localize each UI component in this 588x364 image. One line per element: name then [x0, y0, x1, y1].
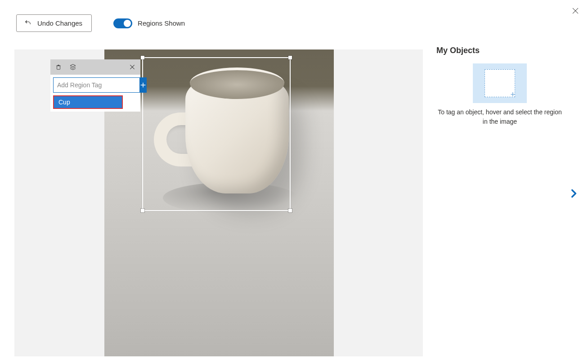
- tag-input-row: [50, 75, 140, 95]
- close-tag-popup-button[interactable]: [128, 63, 137, 72]
- regions-shown-toggle-group: Regions Shown: [113, 18, 185, 28]
- delete-region-button[interactable]: [54, 63, 63, 72]
- region-selection-box[interactable]: [142, 57, 291, 211]
- tag-popup-header: [50, 59, 140, 75]
- add-object-placeholder[interactable]: +: [473, 63, 527, 103]
- close-icon: [571, 7, 579, 15]
- regions-shown-toggle[interactable]: [113, 18, 132, 28]
- trash-icon: [55, 63, 62, 71]
- side-panel-title: My Objects: [436, 46, 563, 55]
- resize-handle-bl[interactable]: [141, 209, 144, 212]
- undo-icon: [24, 18, 32, 28]
- regions-shown-label: Regions Shown: [138, 19, 185, 27]
- tag-suggestion-label: Cup: [58, 99, 70, 106]
- stack-icon: [69, 63, 76, 71]
- side-panel-help-text: To tag an object, hover and select the r…: [436, 108, 563, 126]
- tag-popup: Cup: [50, 59, 140, 112]
- resize-handle-tr[interactable]: [288, 56, 292, 59]
- side-panel: My Objects + To tag an object, hover and…: [436, 46, 563, 126]
- image-canvas[interactable]: Cup: [14, 49, 423, 356]
- tag-input[interactable]: [53, 77, 139, 93]
- undo-changes-button[interactable]: Undo Changes: [16, 14, 92, 32]
- undo-changes-label: Undo Changes: [37, 19, 82, 27]
- tag-suggestion-cup[interactable]: Cup: [53, 95, 123, 109]
- toggle-knob: [124, 20, 131, 27]
- dashed-box-icon: +: [485, 69, 515, 97]
- add-tag-button[interactable]: [139, 77, 147, 93]
- duplicate-region-button[interactable]: [68, 63, 77, 72]
- svg-rect-2: [57, 66, 60, 69]
- toolbar: Undo Changes Regions Shown: [16, 14, 185, 32]
- plus-icon: +: [510, 90, 515, 99]
- plus-icon: [139, 81, 147, 89]
- next-image-button[interactable]: [565, 184, 583, 202]
- resize-handle-br[interactable]: [288, 209, 292, 212]
- close-icon: [129, 64, 135, 70]
- resize-handle-tl[interactable]: [141, 56, 144, 59]
- close-dialog-button[interactable]: [569, 4, 582, 17]
- chevron-right-icon: [568, 188, 579, 199]
